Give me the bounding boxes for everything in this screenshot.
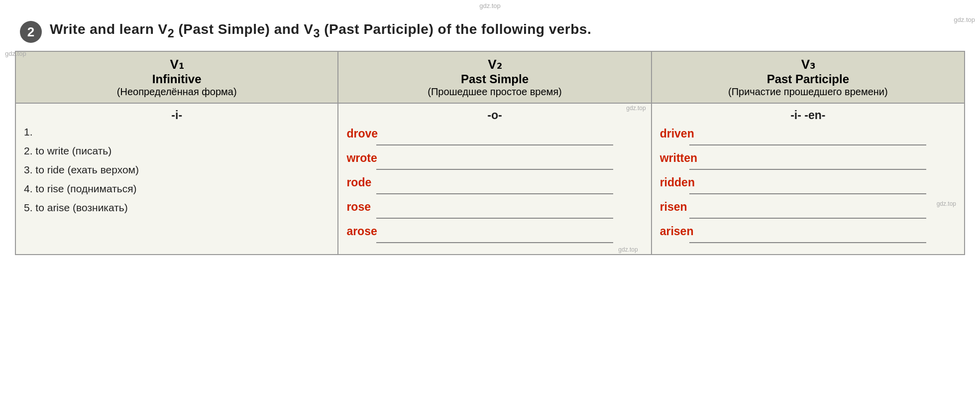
watermark-v2-bottom: gdz.top xyxy=(618,246,638,253)
v1-cell: -i- 1. 2. to write (писать) 3. to ride (… xyxy=(15,103,338,255)
list-item: 3. to ride (ехать верхом) xyxy=(24,164,329,176)
page-container: 2 Write and learn V2 (Past Simple) and V… xyxy=(0,0,980,270)
v2-word: rode xyxy=(346,176,371,189)
v1-russian: (Неопределённая форма) xyxy=(24,86,329,98)
underline xyxy=(689,169,926,170)
watermark-v2-top: gdz.top xyxy=(626,105,646,112)
v2-sublabel: Past Simple xyxy=(346,72,643,86)
header-v3: V₃ Past Participle (Причастие прошедшего… xyxy=(652,51,965,103)
list-item: 4. to rise (подниматься) xyxy=(24,183,329,195)
underline xyxy=(689,242,926,243)
v2-cell: gdz.top -o- drove wrote rode xyxy=(338,103,651,255)
v2-item-2: wrote xyxy=(346,151,643,176)
task-header: 2 Write and learn V2 (Past Simple) and V… xyxy=(15,20,965,43)
underline xyxy=(689,218,926,219)
v2-item-4: rose xyxy=(346,200,643,225)
verb-table: V₁ Infinitive (Неопределённая форма) V₂ … xyxy=(15,51,965,255)
v1-pattern: -i- xyxy=(24,109,329,122)
underline xyxy=(376,169,613,170)
v2-item-1: drove xyxy=(346,127,643,151)
list-item: 1. xyxy=(24,126,329,138)
v2-word: drove xyxy=(346,127,378,140)
v3-item-3: ridden xyxy=(660,176,956,200)
v2-word: arose xyxy=(346,225,377,238)
v2-words: drove wrote rode rose xyxy=(346,127,643,249)
table-data-row: -i- 1. 2. to write (писать) 3. to ride (… xyxy=(15,103,965,255)
header-v2: V₂ Past Simple (Прошедшее простое время) xyxy=(338,51,651,103)
v2-pattern: -o- xyxy=(346,109,643,122)
v3-word: arisen xyxy=(660,225,694,238)
table-header-row: V₁ Infinitive (Неопределённая форма) V₂ … xyxy=(15,51,965,103)
v1-list: 1. 2. to write (писать) 3. to ride (ехат… xyxy=(24,126,329,214)
v3-item-1: driven xyxy=(660,127,956,151)
underline xyxy=(689,144,926,145)
v3-russian: (Причастие прошедшего времени) xyxy=(660,86,956,98)
v3-pattern: -i- -en- xyxy=(660,109,956,122)
v1-sublabel: Infinitive xyxy=(24,72,329,86)
watermark-left: gdz.top xyxy=(5,50,26,57)
v3-item-4: risen gdz.top xyxy=(660,200,956,225)
header-v1: V₁ Infinitive (Неопределённая форма) xyxy=(15,51,338,103)
watermark-top-center: gdz.top xyxy=(479,2,501,9)
v3-cell: -i- -en- driven written ridden xyxy=(652,103,965,255)
v3-word: risen xyxy=(660,200,687,214)
v2-word: wrote xyxy=(346,151,377,165)
v3-label: V₃ xyxy=(660,57,956,72)
v3-item-5: arisen xyxy=(660,225,956,249)
v2-word: rose xyxy=(346,200,371,214)
task-title: Write and learn V2 (Past Simple) and V3 … xyxy=(50,20,591,41)
v3-words: driven written ridden risen xyxy=(660,127,956,249)
watermark-top-right: gdz.top xyxy=(954,16,975,23)
list-item: 2. to write (писать) xyxy=(24,145,329,157)
task-number: 2 xyxy=(20,21,42,43)
v2-item-3: rode xyxy=(346,176,643,200)
v3-word: driven xyxy=(660,127,694,140)
v3-word: ridden xyxy=(660,176,695,189)
v2-item-5: arose gdz.top xyxy=(346,225,643,249)
v2-russian: (Прошедшее простое время) xyxy=(346,86,643,98)
v2-label: V₂ xyxy=(346,57,643,72)
underline xyxy=(376,193,613,194)
underline xyxy=(376,144,613,145)
v3-item-2: written xyxy=(660,151,956,176)
list-item: 5. to arise (возникать) xyxy=(24,202,329,214)
underline xyxy=(376,242,613,243)
watermark-v3-risen: gdz.top xyxy=(937,200,956,207)
underline xyxy=(689,193,926,194)
v1-label: V₁ xyxy=(24,57,329,72)
v3-word: written xyxy=(660,151,697,165)
v3-sublabel: Past Participle xyxy=(660,72,956,86)
underline xyxy=(376,218,613,219)
